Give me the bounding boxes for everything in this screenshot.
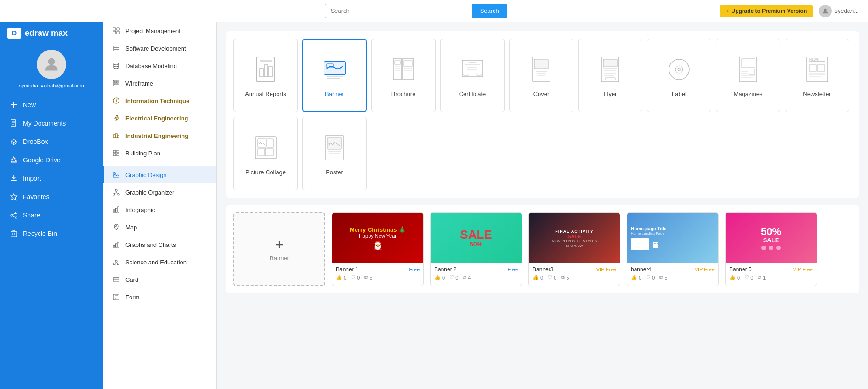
sidebar-item-recycle-bin[interactable]: Recycle Bin [0,224,103,243]
sidebar-item-my-documents[interactable]: My Documents [0,114,103,132]
svg-point-43 [116,226,117,227]
sidebar-item-database-modeling[interactable]: Database Modeling [103,57,216,74]
create-new-banner[interactable]: + Banner [233,212,325,286]
template-card-certificate[interactable]: Certificate [440,39,505,112]
sidebar-item-new[interactable]: New [0,96,103,114]
svg-rect-117 [328,137,341,149]
banner-thumb-2: SALE 50% [431,213,522,263]
template-card-label: Banner [325,91,344,97]
svg-rect-54 [260,69,263,77]
template-card-poster[interactable]: Poster [302,117,367,190]
svg-rect-32 [117,150,119,153]
svg-marker-7 [11,141,14,145]
sidebar-item-label: Wireframe [125,80,153,87]
template-card-magazines[interactable]: Magazines [716,39,780,112]
template-card-annual-reports[interactable]: Annual Reports [233,39,298,112]
template-card-label: Magazines [734,91,763,97]
sidebar-item-graphic-organizer[interactable]: Graphic Organizer [103,183,216,201]
sidebar-item-graphs-and-charts[interactable]: Graphs and Charts [103,236,216,253]
template-card-banner[interactable]: Banner [302,39,367,112]
svg-rect-44 [113,245,115,247]
banner-template-4[interactable]: Home-page Title Home Landing Page 🖥 bann… [627,212,719,286]
svg-rect-14 [113,28,116,30]
svg-marker-5 [11,139,16,143]
sidebar-item-share[interactable]: Share [0,206,103,224]
svg-rect-8 [11,180,17,181]
template-card-brochure[interactable]: Brochure [371,39,436,112]
newsletter-icon: NEWS [803,54,831,86]
sidebar-item-label: DropBox [23,138,48,145]
sidebar-item-google-drive[interactable]: Google Drive [0,151,103,169]
sidebar-item-project-management[interactable]: Project Management [103,22,216,40]
template-card-label: Label [672,91,686,97]
sidebar-item-science-and-education[interactable]: Science and Education [103,253,216,271]
sidebar-item-label: New [23,101,36,109]
svg-rect-69 [404,60,412,67]
svg-rect-112 [258,139,266,147]
search-input[interactable] [325,4,472,18]
svg-point-11 [11,214,12,216]
import-icon [9,174,18,183]
sidebar-item-wireframe[interactable]: Wireframe [103,74,216,92]
template-card-label: Picture Collage [245,169,286,176]
banner-templates-section: + Banner Merry Christmas 🎄 Happy New Yea… [226,205,859,293]
banner-badge: VIP Free [596,267,616,272]
template-card-label[interactable]: Label [647,39,711,112]
sidebar-item-electrical-engineering[interactable]: Electrical Engineering [103,109,216,127]
sidebar-item-map[interactable]: Map [103,218,216,236]
sidebar-item-dropbox[interactable]: DropBox [0,132,103,151]
template-card-label: Brochure [391,91,416,97]
building-icon [112,149,121,158]
certificate-icon [459,54,486,86]
banner-template-5[interactable]: 50% SALE Banner 5 VIP Free [725,212,817,286]
copy-stat: ⧉ 5 [364,275,372,280]
sidebar-item-card[interactable]: Card [103,271,216,288]
sidebar-item-label: Form [125,294,139,301]
label-icon [665,54,693,86]
template-card-cover[interactable]: Cover [509,39,573,112]
sidebar-item-label: Industrial Engineering [125,132,188,139]
banner-template-3[interactable]: FINAL ACTIVITY SALE NEW PLENTY OF STYLES… [528,212,620,286]
science-icon [112,257,121,267]
banner-template-2[interactable]: SALE 50% Banner 2 Free 👍 0 ♡ 0 ⧉ 4 [430,212,522,286]
sidebar-item-infographic[interactable]: Infographic [103,201,216,218]
sidebar-item-building-plan[interactable]: Building Plan [103,144,216,162]
grid-icon [112,26,121,35]
sidebar-logo: D edraw max [0,22,103,44]
banner-badge: Free [507,267,518,272]
drive-icon [9,155,18,165]
sidebar-item-favorites[interactable]: Favorites [0,188,103,206]
sidebar-item-industrial-engineering[interactable]: Industrial Engineering [103,127,216,144]
search-button[interactable]: Search [472,4,507,18]
upgrade-button[interactable]: Upgrade to Premium Version [720,5,813,17]
sidebar-item-graphic-design[interactable]: Graphic Design [103,166,216,183]
user-name: syedah... [834,7,859,14]
template-card-picture-collage[interactable]: Picture Collage [233,117,298,190]
template-card-newsletter[interactable]: NEWS Newsletter [785,39,849,112]
svg-rect-80 [534,59,548,69]
database-icon [112,61,121,70]
charts-icon [112,240,121,249]
svg-rect-41 [116,208,117,212]
template-card-flyer[interactable]: Flyer [578,39,642,112]
topbar: Search Upgrade to Premium Version syedah… [0,0,868,22]
sidebar-item-label: Import [23,175,41,182]
svg-rect-56 [269,67,272,77]
banner-template-1[interactable]: Merry Christmas 🎄 Happy New Year 🎅 Banne… [332,212,424,286]
svg-rect-64 [403,58,414,80]
sidebar-item-label: Graphic Organizer [125,189,174,196]
sidebar-item-information-technique[interactable]: Information Technique [103,92,216,109]
main-content: Annual Reports Banner [217,22,868,389]
sidebar: D edraw max syedahafsashah@gmail.com New… [0,22,103,389]
banner-info-2: Banner 2 Free 👍 0 ♡ 0 ⧉ 4 [431,263,522,282]
sidebar-item-form[interactable]: Form [103,288,216,306]
sidebar-item-import[interactable]: Import [0,169,103,188]
copy-stat: ⧉ 4 [463,275,471,280]
user-area[interactable]: syedah... [819,5,859,17]
sidebar-item-label: Graphs and Charts [125,241,176,248]
picture-collage-icon [252,132,279,164]
heart-stat: ♡ 0 [646,275,655,280]
sidebar-item-label: Project Management [125,28,181,34]
sidebar-item-software-development[interactable]: Software Development [103,40,216,57]
svg-rect-15 [117,28,119,30]
